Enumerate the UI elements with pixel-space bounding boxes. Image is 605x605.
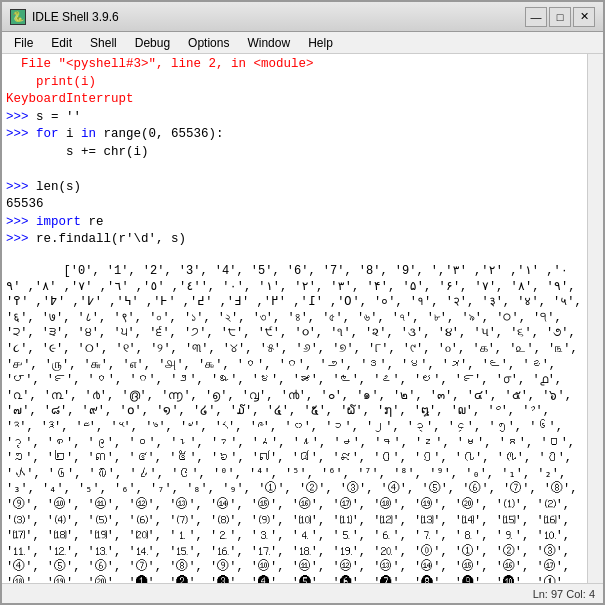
output-line: ['0', '1', '2', '3', '4', '5', '6', '7',… [6,249,583,584]
output-line: >>> import re [6,214,583,232]
output-line: print(i) [6,74,583,92]
window-title: IDLE Shell 3.9.6 [32,10,119,24]
title-bar: 🐍 IDLE Shell 3.9.6 — □ ✕ [2,2,603,32]
menu-debug[interactable]: Debug [127,34,178,52]
cursor-position: Ln: 97 Col: 4 [533,588,595,600]
vertical-scrollbar[interactable] [587,54,603,583]
menu-edit[interactable]: Edit [43,34,80,52]
output-line: >>> re.findall(r'\d', s) [6,231,583,249]
output-line: >>> for i in range(0, 65536): [6,126,583,144]
output-line: File "<pyshell#3>", line 2, in <module> [6,56,583,74]
output-line: >>> len(s) [6,179,583,197]
maximize-button[interactable]: □ [549,7,571,27]
menu-bar: File Edit Shell Debug Options Window Hel… [2,32,603,54]
output-line: s += chr(i) [6,144,583,162]
output-line [6,161,583,179]
title-bar-left: 🐍 IDLE Shell 3.9.6 [10,9,119,25]
status-bar: Ln: 97 Col: 4 [2,583,603,603]
title-buttons: — □ ✕ [525,7,595,27]
content-area: File "<pyshell#3>", line 2, in <module> … [2,54,603,583]
menu-window[interactable]: Window [239,34,298,52]
menu-shell[interactable]: Shell [82,34,125,52]
menu-help[interactable]: Help [300,34,341,52]
close-button[interactable]: ✕ [573,7,595,27]
app-icon: 🐍 [10,9,26,25]
menu-file[interactable]: File [6,34,41,52]
output-line: >>> s = '' [6,109,583,127]
shell-output[interactable]: File "<pyshell#3>", line 2, in <module> … [2,54,587,583]
output-line: 65536 [6,196,583,214]
menu-options[interactable]: Options [180,34,237,52]
output-line: KeyboardInterrupt [6,91,583,109]
idle-window: 🐍 IDLE Shell 3.9.6 — □ ✕ File Edit Shell… [0,0,605,605]
minimize-button[interactable]: — [525,7,547,27]
